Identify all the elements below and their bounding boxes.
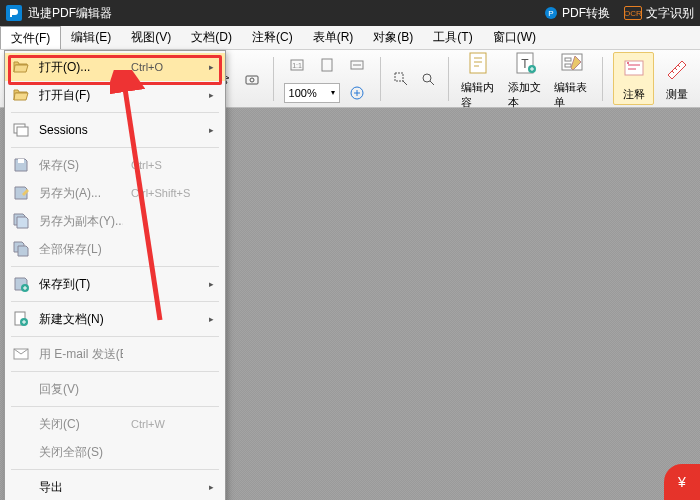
email-icon bbox=[11, 344, 31, 364]
save-all-icon bbox=[11, 239, 31, 259]
fit-page-icon bbox=[319, 57, 335, 73]
menu-bar: 文件(F)编辑(E)视图(V)文档(D)注释(C)表单(R)对象(B)工具(T)… bbox=[0, 26, 700, 50]
snapshot-tool-button[interactable] bbox=[242, 66, 263, 92]
title-bar: 迅捷PDF编辑器 P PDF转换 OCR 文字识别 bbox=[0, 0, 700, 26]
pdf-convert-button[interactable]: P PDF转换 bbox=[544, 5, 610, 22]
ocr-button[interactable]: OCR 文字识别 bbox=[624, 5, 694, 22]
menu-item-label: 新建文档(N) bbox=[39, 311, 123, 328]
file-menu-email: 用 E-mail 发送(E)... bbox=[5, 340, 225, 368]
submenu-arrow-icon: ▸ bbox=[209, 482, 217, 492]
menu-item-shortcut: Ctrl+W bbox=[131, 418, 201, 430]
file-menu-save_copy: 另存为副本(Y)... bbox=[5, 207, 225, 235]
svg-point-3 bbox=[250, 78, 254, 82]
measure-tool[interactable]: 测量 bbox=[660, 53, 694, 104]
file-menu-save_to[interactable]: 保存到(T)▸ bbox=[5, 270, 225, 298]
file-menu-open[interactable]: 打开(O)...Ctrl+O▸ bbox=[5, 53, 225, 81]
chevron-down-icon: ▾ bbox=[331, 88, 335, 97]
folder-open-icon bbox=[11, 57, 31, 77]
sessions-icon bbox=[11, 120, 31, 140]
menu-item-label: 全部保存(L) bbox=[39, 241, 123, 258]
menu-item-label: 关闭(C) bbox=[39, 416, 123, 433]
file-menu-new_doc[interactable]: 新建文档(N)▸ bbox=[5, 305, 225, 333]
blank-icon bbox=[11, 442, 31, 462]
save-icon bbox=[11, 155, 31, 175]
menu-separator bbox=[11, 301, 219, 302]
ruler-icon bbox=[664, 57, 690, 83]
submenu-arrow-icon: ▸ bbox=[209, 279, 217, 289]
menu-item-label: Sessions bbox=[39, 123, 123, 137]
save-as-icon bbox=[11, 183, 31, 203]
annot-icon bbox=[621, 57, 647, 83]
app-title: 迅捷PDF编辑器 bbox=[28, 5, 112, 22]
svg-rect-6 bbox=[322, 59, 332, 71]
submenu-arrow-icon: ▸ bbox=[209, 125, 217, 135]
file-menu-export[interactable]: 导出▸ bbox=[5, 473, 225, 500]
menu-edit[interactable]: 编辑(E) bbox=[61, 26, 121, 49]
menu-item-label: 用 E-mail 发送(E)... bbox=[39, 346, 123, 363]
submenu-arrow-icon: ▸ bbox=[209, 90, 217, 100]
file-menu-open_from[interactable]: 打开自(F)▸ bbox=[5, 81, 225, 109]
pdf-logo-icon bbox=[9, 8, 19, 18]
menu-object[interactable]: 对象(B) bbox=[363, 26, 423, 49]
file-menu-save_all: 全部保存(L) bbox=[5, 235, 225, 263]
menu-comment[interactable]: 注释(C) bbox=[242, 26, 303, 49]
fit-page-button[interactable] bbox=[314, 52, 340, 78]
blank-icon bbox=[11, 379, 31, 399]
new-doc-icon bbox=[11, 309, 31, 329]
fit-actual-button[interactable]: 1:1 bbox=[284, 52, 310, 78]
menu-separator bbox=[11, 147, 219, 148]
annotate-tool[interactable]: 注释 bbox=[613, 52, 654, 105]
menu-separator bbox=[11, 406, 219, 407]
zoom-input[interactable]: 100%▾ bbox=[284, 83, 340, 103]
menu-separator bbox=[11, 266, 219, 267]
blank-icon bbox=[11, 477, 31, 497]
edit-form-tool[interactable]: 编辑表单 bbox=[552, 46, 592, 112]
menu-view[interactable]: 视图(V) bbox=[121, 26, 181, 49]
fit-width-button[interactable] bbox=[344, 52, 370, 78]
zoom-in-button[interactable] bbox=[344, 80, 370, 106]
add-text-icon: T bbox=[513, 50, 539, 76]
menu-document[interactable]: 文档(D) bbox=[181, 26, 242, 49]
svg-text:1:1: 1:1 bbox=[292, 62, 302, 69]
app-logo bbox=[6, 5, 22, 21]
menu-item-label: 导出 bbox=[39, 479, 123, 496]
svg-rect-9 bbox=[395, 73, 403, 81]
menu-form[interactable]: 表单(R) bbox=[303, 26, 364, 49]
svg-text:P: P bbox=[548, 9, 553, 18]
menu-item-label: 关闭全部(S) bbox=[39, 444, 123, 461]
fit-actual-icon: 1:1 bbox=[289, 57, 305, 73]
edit-content-tool[interactable]: 编辑内容 bbox=[459, 46, 499, 112]
file-menu-close: 关闭(C)Ctrl+W bbox=[5, 410, 225, 438]
edit-form-icon bbox=[559, 50, 585, 76]
menu-separator bbox=[11, 371, 219, 372]
file-menu-save_as: 另存为(A)...Ctrl+Shift+S bbox=[5, 179, 225, 207]
blank-icon bbox=[11, 414, 31, 434]
marquee-zoom-icon bbox=[393, 71, 409, 87]
add-text-tool[interactable]: T添加文本 bbox=[506, 46, 546, 112]
edit-content-icon bbox=[466, 50, 492, 76]
menu-item-label: 保存到(T) bbox=[39, 276, 123, 293]
promo-badge[interactable]: ¥ bbox=[664, 464, 700, 500]
svg-point-19 bbox=[627, 62, 629, 64]
pdf-convert-icon: P bbox=[544, 6, 558, 20]
svg-rect-21 bbox=[17, 127, 28, 136]
file-menu-save: 保存(S)Ctrl+S bbox=[5, 151, 225, 179]
menu-item-label: 打开(O)... bbox=[39, 59, 123, 76]
submenu-arrow-icon: ▸ bbox=[209, 62, 217, 72]
loupe-button[interactable] bbox=[417, 66, 438, 92]
menu-separator bbox=[11, 112, 219, 113]
svg-rect-2 bbox=[246, 76, 258, 84]
svg-rect-11 bbox=[470, 53, 486, 73]
zoom-out-button[interactable] bbox=[390, 66, 411, 92]
file-menu-dropdown: 打开(O)...Ctrl+O▸打开自(F)▸Sessions▸保存(S)Ctrl… bbox=[4, 50, 226, 500]
menu-item-shortcut: Ctrl+Shift+S bbox=[131, 187, 201, 199]
submenu-arrow-icon: ▸ bbox=[209, 314, 217, 324]
menu-item-label: 另存为副本(Y)... bbox=[39, 213, 123, 230]
menu-item-label: 打开自(F) bbox=[39, 87, 123, 104]
folder-open-icon bbox=[11, 85, 31, 105]
file-menu-sessions[interactable]: Sessions▸ bbox=[5, 116, 225, 144]
fit-width-icon bbox=[349, 57, 365, 73]
menu-file[interactable]: 文件(F) bbox=[0, 26, 61, 49]
menu-separator bbox=[11, 336, 219, 337]
menu-item-shortcut: Ctrl+O bbox=[131, 61, 201, 73]
